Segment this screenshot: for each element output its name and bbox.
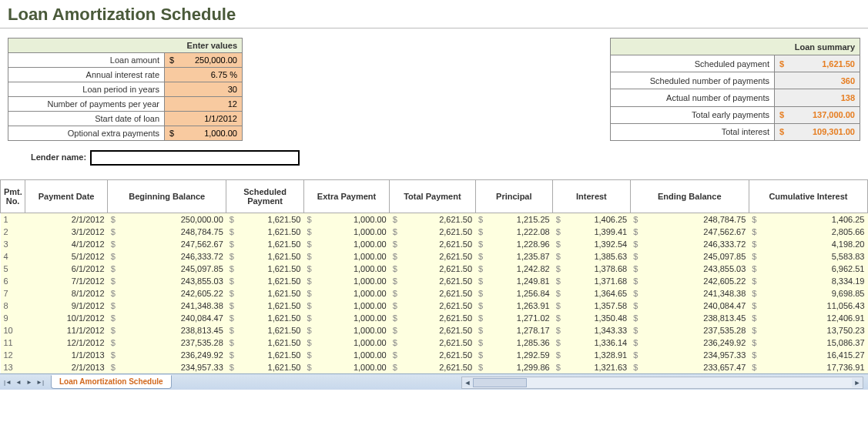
scroll-thumb[interactable] <box>473 378 527 387</box>
table-row: 45/1/2012$246,333.72$1,621.50$1,000.00$2… <box>1 250 868 263</box>
cell-pmt-no: 3 <box>1 238 25 250</box>
cell-date: 3/1/2012 <box>25 226 108 238</box>
currency-symbol: $ <box>226 238 238 250</box>
cell-pmt-no: 1 <box>1 213 25 226</box>
cell-ep: 1,000.00 <box>315 361 389 373</box>
sheet-tab[interactable]: Loan Amortization Schedule <box>51 375 172 389</box>
currency-symbol: $ <box>390 263 401 275</box>
col-header: Principal <box>475 180 553 213</box>
currency-symbol: $ <box>475 287 487 300</box>
currency-symbol: $ <box>303 287 315 300</box>
currency-symbol: $ <box>303 275 315 287</box>
currency-symbol: $ <box>630 361 642 373</box>
table-row: 121/1/2013$236,249.92$1,621.50$1,000.00$… <box>1 349 868 361</box>
currency-symbol: $ <box>749 250 760 263</box>
currency-symbol: $ <box>749 349 760 361</box>
cell-eb: 236,249.92 <box>642 337 749 349</box>
currency-symbol: $ <box>390 324 401 337</box>
cell-tp: 2,621.50 <box>401 226 475 238</box>
cell-bb: 250,000.00 <box>119 213 226 226</box>
cell-ci: 8,334.19 <box>760 275 867 287</box>
currency-symbol: $ <box>630 226 642 238</box>
currency-symbol: $ <box>475 213 487 226</box>
cell-pr: 1,271.02 <box>487 312 553 324</box>
table-row: 78/1/2012$242,605.22$1,621.50$1,000.00$2… <box>1 287 868 300</box>
currency-symbol: $ <box>553 238 565 250</box>
currency-symbol: $ <box>108 349 119 361</box>
cell-ci: 4,198.20 <box>760 238 867 250</box>
currency-symbol: $ <box>390 250 401 263</box>
currency-symbol: $ <box>553 324 565 337</box>
cell-bb: 238,813.45 <box>119 324 226 337</box>
enter-value-cell[interactable]: 12 <box>165 97 243 112</box>
currency-symbol: $ <box>749 324 760 337</box>
cell-bb: 241,348.38 <box>119 300 226 312</box>
enter-currency: $ <box>165 53 179 68</box>
cell-bb: 240,084.47 <box>119 312 226 324</box>
cell-pr: 1,292.59 <box>487 349 553 361</box>
currency-symbol: $ <box>475 349 487 361</box>
enter-value-cell[interactable]: 250,000.00 <box>179 53 243 68</box>
enter-value-cell[interactable]: 1,000.00 <box>179 126 243 141</box>
cell-in: 1,321.63 <box>565 361 631 373</box>
currency-symbol: $ <box>553 337 565 349</box>
scroll-right-icon[interactable]: ► <box>852 378 863 387</box>
cell-in: 1,336.14 <box>565 337 631 349</box>
cell-ci: 2,805.66 <box>760 226 867 238</box>
currency-symbol: $ <box>749 238 760 250</box>
currency-symbol: $ <box>749 300 760 312</box>
cell-bb: 242,605.22 <box>119 287 226 300</box>
scroll-left-icon[interactable]: ◄ <box>462 378 473 387</box>
cell-ci: 15,086.37 <box>760 337 867 349</box>
currency-symbol: $ <box>553 361 565 373</box>
currency-symbol: $ <box>553 349 565 361</box>
summary-value: 109,301.00 <box>789 123 860 140</box>
currency-symbol: $ <box>226 300 238 312</box>
cell-sp: 1,621.50 <box>238 213 304 226</box>
loan-summary-panel: Loan summary Scheduled payment$1,621.50S… <box>610 38 860 141</box>
currency-symbol: $ <box>553 312 565 324</box>
tab-nav-first-icon[interactable]: |◄ <box>3 377 12 387</box>
cell-sp: 1,621.50 <box>238 226 304 238</box>
cell-bb: 246,333.72 <box>119 250 226 263</box>
tab-nav-prev-icon[interactable]: ◄ <box>14 377 23 387</box>
cell-ci: 13,750.23 <box>760 324 867 337</box>
currency-symbol: $ <box>749 337 760 349</box>
currency-symbol: $ <box>390 213 401 226</box>
cell-bb: 247,562.67 <box>119 238 226 250</box>
cell-ci: 6,962.51 <box>760 263 867 275</box>
cell-eb: 247,562.67 <box>642 226 749 238</box>
currency-symbol: $ <box>226 337 238 349</box>
summary-label: Scheduled number of payments <box>611 72 775 89</box>
enter-value-cell[interactable]: 6.75 % <box>165 68 243 82</box>
currency-symbol: $ <box>303 300 315 312</box>
enter-value-cell[interactable]: 30 <box>165 82 243 97</box>
enter-value-cell[interactable]: 1/1/2012 <box>165 112 243 126</box>
table-row: 89/1/2012$241,348.38$1,621.50$1,000.00$2… <box>1 300 868 312</box>
cell-eb: 240,084.47 <box>642 300 749 312</box>
table-row: 1112/1/2012$237,535.28$1,621.50$1,000.00… <box>1 337 868 349</box>
page-title: Loan Amortization Schedule <box>0 0 868 28</box>
currency-symbol: $ <box>630 213 642 226</box>
currency-symbol: $ <box>303 337 315 349</box>
cell-tp: 2,621.50 <box>401 324 475 337</box>
cell-pmt-no: 11 <box>1 337 25 349</box>
cell-pmt-no: 5 <box>1 263 25 275</box>
cell-tp: 2,621.50 <box>401 300 475 312</box>
cell-ci: 9,698.85 <box>760 287 867 300</box>
tab-nav-next-icon[interactable]: ► <box>25 377 34 387</box>
cell-ci: 5,583.83 <box>760 250 867 263</box>
cell-pr: 1,235.87 <box>487 250 553 263</box>
currency-symbol: $ <box>630 287 642 300</box>
tab-nav-last-icon[interactable]: ►| <box>35 377 45 387</box>
lender-name-input[interactable] <box>90 150 300 166</box>
cell-sp: 1,621.50 <box>238 287 304 300</box>
cell-bb: 245,097.85 <box>119 263 226 275</box>
horizontal-scrollbar[interactable]: ◄ ► <box>461 377 863 389</box>
currency-symbol: $ <box>630 337 642 349</box>
currency-symbol: $ <box>108 263 119 275</box>
sheet-tab-bar: |◄ ◄ ► ►| Loan Amortization Schedule ◄ ► <box>0 373 868 390</box>
summary-label: Total interest <box>611 123 775 140</box>
currency-symbol: $ <box>226 263 238 275</box>
currency-symbol: $ <box>475 226 487 238</box>
